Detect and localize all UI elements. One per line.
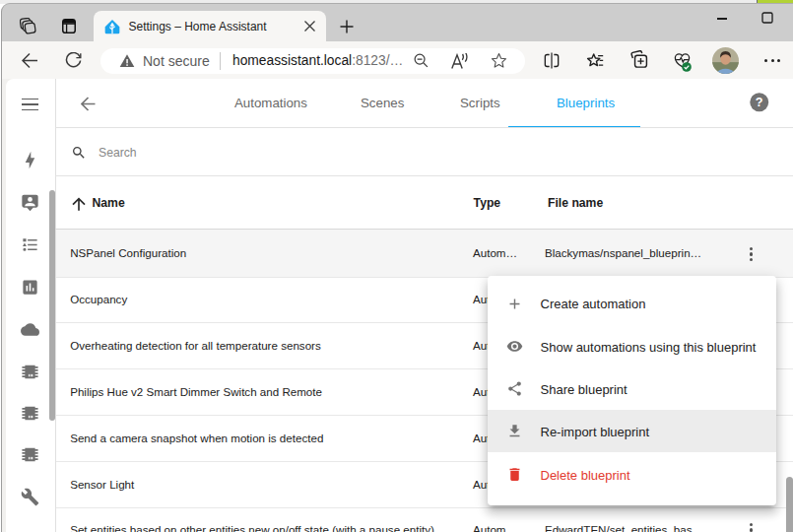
svg-text:?: ?	[756, 96, 763, 109]
